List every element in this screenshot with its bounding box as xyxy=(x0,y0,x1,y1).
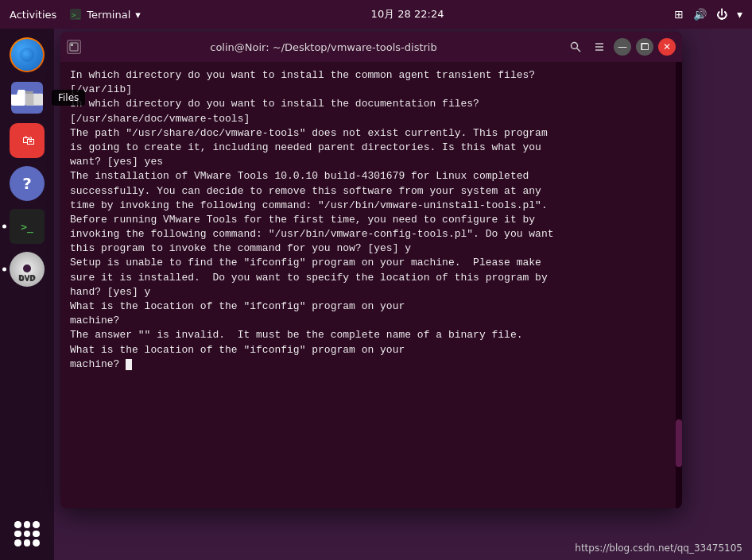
dvd-icon: DVD xyxy=(10,252,45,287)
terminal-line: [/var/lib] xyxy=(70,83,673,97)
terminal-line: The installation of VMware Tools 10.0.10… xyxy=(70,169,673,183)
terminal-dock-icon: >_ xyxy=(10,209,45,244)
system-menu-chevron[interactable]: ▾ xyxy=(737,8,742,21)
terminal-active-dot xyxy=(2,225,6,229)
terminal-cursor xyxy=(126,359,132,370)
svg-text:>_: >_ xyxy=(72,11,80,19)
terminal-line: Before running VMware Tools for the firs… xyxy=(70,213,673,227)
terminal-app-icon: >_ xyxy=(69,8,82,21)
terminal-content[interactable]: In which directory do you want to instal… xyxy=(60,62,682,508)
svg-line-10 xyxy=(577,48,581,52)
titlebar-right-controls: — ⧠ ✕ xyxy=(566,37,676,56)
dock-item-firefox[interactable] xyxy=(7,35,47,75)
terminal-line: want? [yes] yes xyxy=(70,155,673,169)
appcenter-icon: 🛍 xyxy=(10,123,45,158)
power-icon[interactable]: ⏻ xyxy=(716,8,727,21)
dock-item-appcenter[interactable]: 🛍 xyxy=(7,121,47,160)
dock-item-help[interactable]: ? xyxy=(7,164,47,203)
terminal-line: this program to invoke the command for y… xyxy=(70,241,673,256)
firefox-icon xyxy=(10,37,45,72)
dvd-active-dot xyxy=(2,268,6,272)
terminal-scrollbar-thumb xyxy=(676,419,682,467)
svg-marker-4 xyxy=(25,91,33,94)
terminal-line: sure it is installed. Do you want to spe… xyxy=(70,271,673,285)
titlebar-new-tab-button[interactable] xyxy=(67,40,81,54)
terminal-menu-button[interactable] xyxy=(590,37,609,56)
topbar: Activities >_ Terminal ▾ 10月 28 22:24 ⊞ … xyxy=(0,0,752,29)
terminal-minimize-button[interactable]: — xyxy=(614,38,631,56)
dock: Files 🛍 ? >_ DVD xyxy=(0,29,54,560)
svg-text:🛍: 🛍 xyxy=(22,133,35,148)
topbar-left: Activities >_ Terminal ▾ xyxy=(10,8,141,21)
svg-point-9 xyxy=(572,43,578,49)
terminal-line: In which directory do you want to instal… xyxy=(70,97,673,111)
titlebar-left-controls xyxy=(67,40,81,54)
topbar-app-chevron: ▾ xyxy=(135,9,141,21)
terminal-maximize-button[interactable]: ⧠ xyxy=(636,38,653,56)
files-icon xyxy=(11,82,43,114)
desktop: Files 🛍 ? >_ DVD xyxy=(0,29,752,560)
volume-icon[interactable]: 🔊 xyxy=(693,8,707,21)
dock-item-dvd[interactable]: DVD xyxy=(7,249,47,289)
help-icon: ? xyxy=(10,166,45,201)
url-bar: https://blog.csdn.net/qq_33475105 xyxy=(575,543,742,554)
topbar-right: ⊞ 🔊 ⏻ ▾ xyxy=(674,8,742,21)
dvd-hole xyxy=(23,265,31,272)
activities-button[interactable]: Activities xyxy=(10,9,56,21)
topbar-datetime: 10月 28 22:24 xyxy=(371,7,444,21)
terminal-line: In which directory do you want to instal… xyxy=(70,68,673,83)
terminal-window: colin@Noir: ~/Desktop/vmware-tools-distr… xyxy=(60,32,682,508)
apps-grid-icon xyxy=(10,516,45,551)
terminal-title: colin@Noir: ~/Desktop/vmware-tools-distr… xyxy=(81,41,566,53)
terminal-line: What is the location of the "ifconfig" p… xyxy=(70,299,673,314)
terminal-close-button[interactable]: ✕ xyxy=(658,38,676,56)
topbar-app-label: Terminal xyxy=(87,9,130,21)
terminal-line: machine? xyxy=(70,314,673,328)
svg-rect-3 xyxy=(25,94,33,106)
dock-item-terminal[interactable]: >_ xyxy=(7,207,47,246)
terminal-line: is going to create it, including needed … xyxy=(70,141,673,155)
terminal-line: invoking the following command: "/usr/bi… xyxy=(70,227,673,241)
terminal-line: [/usr/share/doc/vmware-tools] xyxy=(70,112,673,126)
terminal-line: What is the location of the "ifconfig" p… xyxy=(70,343,673,357)
terminal-titlebar: colin@Noir: ~/Desktop/vmware-tools-distr… xyxy=(60,32,682,62)
dock-item-apps[interactable] xyxy=(7,514,47,554)
terminal-line: time by invoking the following command: … xyxy=(70,199,673,213)
terminal-line: The path "/usr/share/doc/vmware-tools" d… xyxy=(70,126,673,141)
terminal-line: machine? xyxy=(70,357,673,372)
terminal-line: hand? [yes] y xyxy=(70,285,673,299)
topbar-app[interactable]: >_ Terminal ▾ xyxy=(69,8,140,21)
terminal-line: successfully. You can decide to remove t… xyxy=(70,184,673,199)
terminal-line: Setup is unable to find the "ifconfig" p… xyxy=(70,256,673,270)
network-icon[interactable]: ⊞ xyxy=(674,8,684,21)
svg-rect-8 xyxy=(71,44,73,46)
terminal-scrollbar[interactable] xyxy=(676,62,682,508)
terminal-search-button[interactable] xyxy=(566,37,585,56)
dock-item-files[interactable]: Files xyxy=(7,78,47,118)
terminal-line: The answer "" is invalid. It must be the… xyxy=(70,328,673,342)
